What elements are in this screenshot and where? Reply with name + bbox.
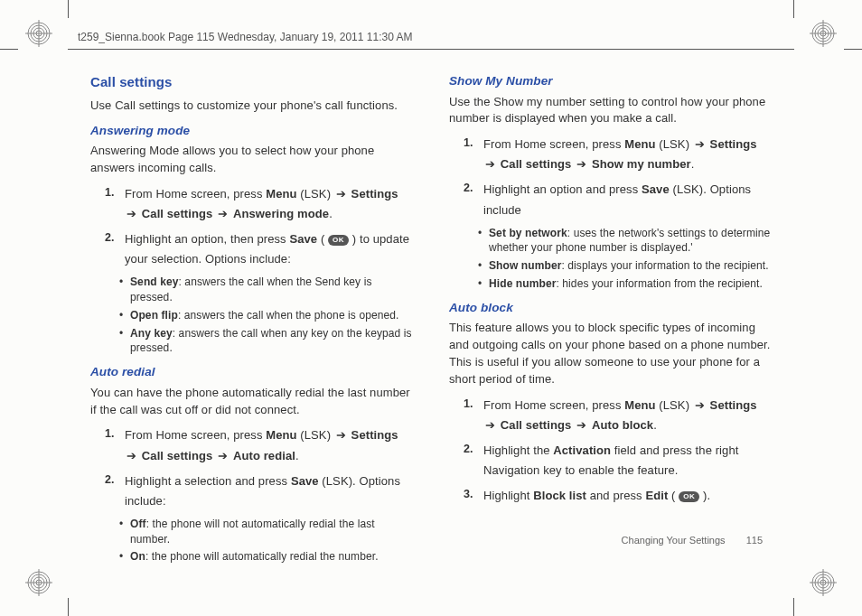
section-intro: Use Call settings to customize your phon… <box>90 98 413 115</box>
arrow-icon: ➔ <box>483 418 497 432</box>
book-meta: t259_Sienna.book Page 115 Wednesday, Jan… <box>78 31 413 43</box>
step-item: 1. From Home screen, press Menu (LSK) ➔ … <box>105 425 413 465</box>
step-number: 1. <box>464 135 483 174</box>
step-item: 1. From Home screen, press Menu (LSK) ➔ … <box>464 135 772 174</box>
subsection-heading: Answering mode <box>90 122 413 140</box>
step-item: 2. Highlight an option, then press Save … <box>105 229 413 269</box>
body-text: This feature allows you to block specifi… <box>449 320 772 387</box>
step-item: 2. Highlight an option and press Save (L… <box>464 180 772 219</box>
subsection-heading: Show My Number <box>449 72 772 90</box>
crop-line <box>68 0 69 18</box>
step-item: 2. Highlight a selection and press Save … <box>105 471 413 511</box>
crop-line <box>68 49 794 50</box>
crop-ring-icon <box>25 20 52 47</box>
step-number: 1. <box>464 396 483 435</box>
body-text: You can have the phone automatically red… <box>90 385 413 419</box>
page-content: Call settings Use Call settings to custo… <box>90 72 772 562</box>
arrow-icon: ➔ <box>216 207 230 220</box>
step-text: Highlight a selection and press Save (LS… <box>125 471 413 511</box>
step-text: Highlight an option and press Save (LSK)… <box>483 180 772 219</box>
arrow-icon: ➔ <box>693 398 707 412</box>
step-number: 2. <box>464 441 483 481</box>
ok-icon: OK <box>679 491 699 502</box>
step-item: 2. Highlight the Activation field and pr… <box>464 441 772 481</box>
arrow-icon: ➔ <box>575 418 588 432</box>
step-text: Highlight Block list and press Edit ( OK… <box>483 486 772 506</box>
bullet-item: •On: the phone will automatically redial… <box>119 549 413 565</box>
step-text: Highlight the Activation field and press… <box>483 441 772 481</box>
step-number: 1. <box>105 184 125 224</box>
step-number: 2. <box>105 471 125 511</box>
step-item: 1. From Home screen, press Menu (LSK) ➔ … <box>105 184 413 224</box>
bullet-item: •Hide number: hides your information fro… <box>478 276 772 292</box>
crop-ring-icon <box>810 20 837 47</box>
bullet-item: •Open flip: answers the call when the ph… <box>119 308 413 323</box>
arrow-icon: ➔ <box>125 207 138 220</box>
subsection-heading: Auto block <box>449 299 772 317</box>
crop-line <box>68 598 69 616</box>
left-column: Call settings Use Call settings to custo… <box>90 72 413 562</box>
subsection-heading: Auto redial <box>90 363 413 381</box>
arrow-icon: ➔ <box>216 449 230 462</box>
right-column: Show My Number Use the Show my number se… <box>449 72 772 562</box>
step-text: From Home screen, press Menu (LSK) ➔ Set… <box>125 425 413 465</box>
section-heading: Call settings <box>90 72 413 92</box>
footer-section: Changing Your Settings <box>622 535 726 546</box>
bullet-item: •Show number: displays your information … <box>478 258 772 274</box>
crop-line <box>793 0 794 18</box>
crop-ring-icon <box>25 569 52 596</box>
step-number: 3. <box>464 486 483 506</box>
arrow-icon: ➔ <box>334 187 348 201</box>
step-item: 3. Highlight Block list and press Edit (… <box>464 486 772 506</box>
arrow-icon: ➔ <box>693 137 707 151</box>
arrow-icon: ➔ <box>575 157 588 171</box>
crop-ring-icon <box>810 569 837 596</box>
step-number: 2. <box>464 180 483 219</box>
body-text: Answering Mode allows you to select how … <box>90 143 413 177</box>
step-number: 2. <box>105 229 125 269</box>
step-number: 1. <box>105 425 125 465</box>
step-text: Highlight an option, then press Save ( O… <box>125 229 413 269</box>
body-text: Use the Show my number setting to contro… <box>449 94 772 128</box>
arrow-icon: ➔ <box>334 428 348 442</box>
crop-line <box>0 49 18 50</box>
step-item: 1. From Home screen, press Menu (LSK) ➔ … <box>464 396 772 435</box>
step-text: From Home screen, press Menu (LSK) ➔ Set… <box>125 184 413 224</box>
crop-line <box>844 49 862 50</box>
ok-icon: OK <box>328 235 349 246</box>
bullet-item: •Off: the phone will not automatically r… <box>119 517 413 547</box>
bullet-item: •Send key: answers the call when the Sen… <box>119 275 413 305</box>
step-text: From Home screen, press Menu (LSK) ➔ Set… <box>483 396 772 435</box>
bullet-item: •Set by network: uses the network's sett… <box>478 226 772 257</box>
footer-page-number: 115 <box>746 535 763 546</box>
arrow-icon: ➔ <box>483 157 497 171</box>
page-footer: Changing Your Settings 115 <box>622 535 763 546</box>
bullet-item: •Any key: answers the call when any key … <box>119 326 413 357</box>
arrow-icon: ➔ <box>125 449 138 462</box>
step-text: From Home screen, press Menu (LSK) ➔ Set… <box>483 135 772 174</box>
crop-line <box>793 598 794 616</box>
